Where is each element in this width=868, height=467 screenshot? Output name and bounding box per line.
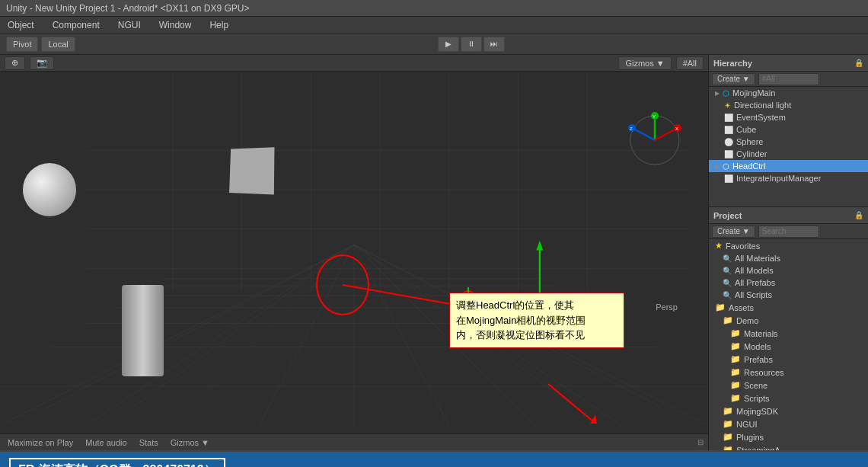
project-favorites[interactable]: ★ Favorites [709,239,868,252]
project-prefabs[interactable]: 📁 Prefabs [709,353,868,366]
scene-area: ⊕ 📷 Gizmos ▼ #All [0,55,708,450]
hierarchy-item-integrateinputmanager[interactable]: ⬜ IntegrateInputManager [709,172,868,184]
local-button[interactable]: Local [41,37,75,52]
play-button[interactable]: ▶ [438,37,459,52]
project-all-materials[interactable]: 🔍 All Materials [709,252,868,264]
hierarchy-item-sphere[interactable]: ⚪ Sphere [709,136,868,148]
menu-ngui[interactable]: NGUI [113,18,145,32]
all-button[interactable]: #All [676,56,704,70]
folder-icon-streaming: 📁 [723,445,733,450]
grid-svg [0,72,708,433]
folder-icon-materials: 📁 [730,328,741,338]
project-models[interactable]: 📁 Models [709,340,868,353]
hierarchy-lock[interactable]: 🔒 [854,59,863,67]
hierarchy-panel: Hierarchy 🔒 Create ▼ ▶ ⬡ MojingMain ☀ Di… [709,55,868,207]
scene-cam-btn[interactable]: 📷 [30,56,54,70]
scene-bottombar: Maximize on Play Mute audio Stats Gizmos… [0,433,708,450]
project-assets[interactable]: 📁 Assets [709,301,868,314]
pivot-button[interactable]: Pivot [6,37,38,52]
red-circle-annotation [316,254,369,315]
toolbar: Pivot Local ▶ ⏸ ⏭ [0,34,868,55]
hierarchy-item-cylinder[interactable]: ⬜ Cylinder [709,148,868,160]
project-all-models[interactable]: 🔍 All Models [709,264,868,277]
hierarchy-create-btn[interactable]: Create ▼ [712,73,755,85]
project-ngui[interactable]: 📁 NGUI [709,417,868,430]
project-resources[interactable]: 📁 Resources [709,366,868,379]
svg-line-16 [43,245,354,410]
folder-icon-prefabs: 📁 [730,354,741,364]
project-streaming[interactable]: 📁 StreamingA... [709,443,868,450]
folder-icon-assets: 📁 [715,302,726,312]
hierarchy-toolbar: Create ▼ [709,72,868,87]
mute-audio-btn[interactable]: Mute audio [82,437,129,448]
project-title: Project [713,211,742,220]
svg-line-14 [354,245,449,426]
menu-component[interactable]: Component [48,18,104,32]
folder-icon-ngui: 📁 [723,419,733,429]
project-all-prefabs[interactable]: 🔍 All Prefabs [709,277,868,289]
gizmos-button[interactable]: Gizmos ▼ [618,56,671,70]
main-layout: ⊕ 📷 Gizmos ▼ #All [0,55,868,450]
project-plugins[interactable]: 📁 Plugins [709,430,868,443]
folder-icon-plugins: 📁 [723,432,733,442]
gizmos-bb-btn[interactable]: Gizmos ▼ [168,437,212,448]
star-icon: ★ [715,241,723,251]
svg-line-41 [655,129,676,140]
project-search[interactable] [758,226,819,238]
titlebar-text: Unity - New Unity Project 1 - Android* <… [6,3,249,14]
menu-object[interactable]: Object [3,18,39,32]
svg-line-7 [0,245,354,426]
scene-toolbar: ⊕ 📷 Gizmos ▼ #All [0,55,708,72]
project-toolbar: Create ▼ [709,224,868,239]
scene-canvas[interactable]: Y X Z Persp [0,72,708,433]
project-all-scripts[interactable]: 🔍 All Scripts [709,289,868,301]
hierarchy-item-mojingmain[interactable]: ▶ ⬡ MojingMain [709,87,868,99]
play-controls: ▶ ⏸ ⏭ [438,37,505,52]
project-header: Project 🔒 [709,207,868,224]
scene-cube [229,147,274,194]
svg-text:Y: Y [653,114,656,119]
hierarchy-item-directional-light[interactable]: ☀ Directional light [709,99,868,111]
project-lock[interactable]: 🔒 [854,211,863,219]
menu-help[interactable]: Help [205,18,233,32]
titlebar: Unity - New Unity Project 1 - Android* <… [0,0,868,17]
search-icon-2: 🔍 [723,267,732,275]
annotation-box: 调整HeadCtrl的位置，使其在MojingMain相机的视野范围内，否则凝视… [449,293,624,348]
hierarchy-item-headctrl[interactable]: ▶ ⬡ HeadCtrl [709,160,868,172]
project-scripts[interactable]: 📁 Scripts [709,392,868,405]
project-mojingsdk[interactable]: 📁 MojingSDK [709,405,868,417]
folder-icon-scene: 📁 [730,380,741,390]
stats-btn[interactable]: Stats [136,437,161,448]
project-demo[interactable]: 📁 Demo [709,314,868,327]
scene-input-btn[interactable]: ⊕ [5,56,25,70]
project-scene[interactable]: 📁 Scene [709,379,868,392]
hierarchy-header: Hierarchy 🔒 [709,55,868,72]
project-materials[interactable]: 📁 Materials [709,327,868,340]
search-icon-4: 🔍 [723,291,732,299]
hierarchy-search[interactable] [758,73,819,85]
scene-cylinder [122,285,164,376]
folder-icon-scripts: 📁 [730,393,741,403]
pause-button[interactable]: ⏸ [461,37,482,52]
folder-icon-models: 📁 [730,341,741,351]
svg-text:X: X [675,126,678,131]
svg-text:Z: Z [630,126,633,131]
right-panel: Hierarchy 🔒 Create ▼ ▶ ⬡ MojingMain ☀ Di… [708,55,868,450]
search-icon: 🔍 [723,254,732,263]
bottom-bar: FR:海涛高软（QQ群：386476712） [0,450,868,467]
maximize-on-play-btn[interactable]: Maximize on Play [5,437,76,448]
scene-sphere [23,163,76,216]
bottom-label: FR:海涛高软（QQ群：386476712） [9,458,225,468]
annotation-text: 调整HeadCtrl的位置，使其在MojingMain相机的视野范围内，否则凝视… [456,299,586,341]
project-create-btn[interactable]: Create ▼ [712,226,755,238]
hierarchy-title: Hierarchy [713,59,752,68]
menu-window[interactable]: Window [155,18,196,32]
menubar: Object Component NGUI Window Help [0,17,868,34]
hierarchy-item-cube[interactable]: ⬜ Cube [709,123,868,136]
project-panel: Project 🔒 Create ▼ ★ Favorites 🔍 All Mat… [709,207,868,450]
axis-gizmo: Y X Z [624,110,685,171]
folder-icon-demo: 📁 [723,315,733,325]
search-icon-3: 🔍 [723,279,732,287]
hierarchy-item-eventsystem[interactable]: ⬜ EventSystem [709,111,868,123]
step-button[interactable]: ⏭ [483,37,505,52]
